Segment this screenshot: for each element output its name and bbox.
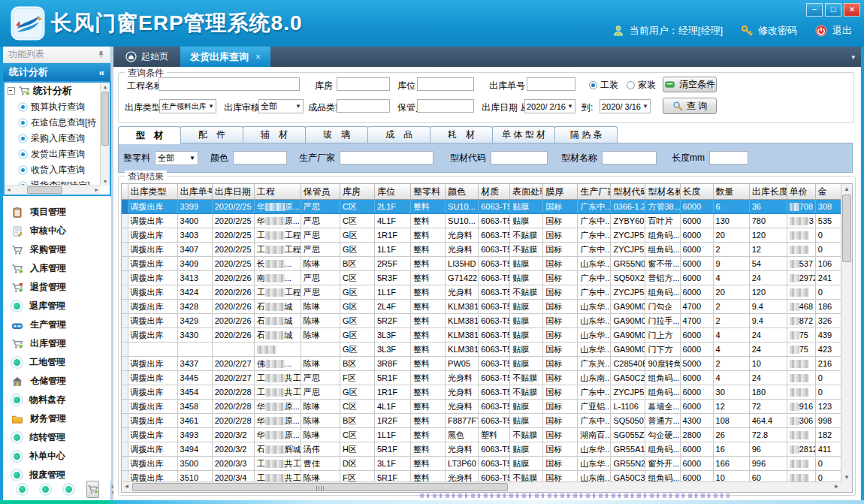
sidebar-item[interactable]: 项目管理 bbox=[3, 203, 111, 222]
column-header[interactable]: 型材名称 bbox=[645, 184, 680, 200]
scroll-right-icon[interactable]: ► bbox=[92, 186, 101, 194]
table-row[interactable]: 调拨出库35102020/3/4工共工程陈琳F区5R1F整料光身料6063-T5… bbox=[122, 471, 841, 483]
material-tab[interactable]: 单 体 型 材 bbox=[492, 126, 555, 143]
product-type-input[interactable] bbox=[337, 99, 390, 113]
maximize-button[interactable]: □ bbox=[825, 3, 841, 17]
sidebar-item[interactable]: 仓储管理 bbox=[3, 372, 111, 391]
table-row[interactable]: 调拨出库34092020/2/25长...陈琳B区2R5F整料LI35HD606… bbox=[122, 257, 841, 271]
table-row[interactable]: 调拨出库34242020/2/26工工程严思G区1L1F整料光身料6063-T5… bbox=[122, 285, 841, 300]
out-type-select[interactable]: 生产领料出库▼ bbox=[159, 99, 216, 113]
tab-home[interactable]: 起始页 bbox=[113, 47, 180, 67]
keeper-input[interactable] bbox=[417, 99, 474, 113]
stats-group-header[interactable]: 统计分析 « bbox=[3, 63, 110, 81]
tree-item[interactable]: 收货入库查询 bbox=[20, 162, 110, 178]
column-header[interactable]: 出库单号 bbox=[177, 184, 212, 200]
column-header[interactable]: 颜色 bbox=[446, 184, 479, 200]
scroll-down-icon[interactable]: ▼ bbox=[101, 177, 110, 186]
material-tab[interactable]: 玻 璃 bbox=[305, 126, 368, 143]
factory-input[interactable] bbox=[340, 151, 434, 164]
table-row[interactable]: 调拨出库34292020/2/26石城陈琳G区5R2F整料KLM38176063… bbox=[122, 314, 841, 328]
table-row[interactable]: 调拨出库34132020/2/26南...严思C区5R3F整料G71422606… bbox=[122, 271, 841, 285]
close-tab-icon[interactable]: × bbox=[255, 52, 261, 62]
column-header[interactable]: 工程 bbox=[254, 184, 301, 200]
table-row[interactable]: 调拨出库34032020/2/25工工程严思G区1R1F整料光身料6063-T5… bbox=[122, 228, 841, 243]
scrollbar-thumb[interactable] bbox=[132, 483, 508, 491]
column-header[interactable]: 型材代码 bbox=[611, 184, 645, 200]
table-row[interactable]: 调拨出库34002020/2/25华原...严思C区4L1F整料SU10...6… bbox=[122, 214, 841, 228]
scroll-right-icon[interactable]: ► bbox=[832, 482, 841, 490]
table-horizontal-scrollbar[interactable]: ◄ ► bbox=[122, 481, 841, 492]
tree-item[interactable]: 预算执行查询 bbox=[20, 99, 110, 115]
radio-workwear[interactable]: 工装 bbox=[589, 79, 618, 92]
pin-icon[interactable] bbox=[97, 50, 105, 59]
search-button[interactable]: 查 询 bbox=[663, 98, 717, 114]
order-no-input[interactable] bbox=[527, 77, 575, 91]
date-from-select[interactable]: 2020/ 2/16▼ bbox=[524, 99, 575, 113]
scroll-left-icon[interactable]: ◄ bbox=[5, 186, 13, 194]
table-row[interactable]: 调拨出库35002020/3/3工共工程曹佳D区3L1F整料LT3P606063… bbox=[122, 457, 841, 471]
column-header[interactable]: 库位 bbox=[374, 184, 410, 200]
scroll-down-icon[interactable]: ▼ bbox=[841, 472, 852, 482]
scroll-up-icon[interactable]: ▲ bbox=[101, 83, 110, 91]
material-tab[interactable]: 配 件 bbox=[180, 126, 243, 143]
material-tab[interactable]: 辅 材 bbox=[243, 126, 306, 143]
sidebar-item[interactable]: 采购管理 bbox=[3, 240, 111, 259]
sidebar-item[interactable]: 物料盘存 bbox=[3, 391, 111, 409]
location-input[interactable] bbox=[417, 77, 474, 91]
collapsed-module-icon[interactable] bbox=[64, 484, 74, 494]
sidebar-item[interactable]: 退货管理 bbox=[3, 278, 111, 297]
column-header[interactable]: 长度 bbox=[680, 184, 713, 200]
length-input[interactable] bbox=[709, 151, 748, 164]
tree-item[interactable]: 在途信息查询[待 bbox=[20, 115, 110, 131]
column-header[interactable]: 库房 bbox=[340, 184, 374, 200]
material-tab[interactable]: 耗 材 bbox=[430, 126, 493, 143]
column-header[interactable]: 单价 bbox=[787, 184, 815, 200]
table-row[interactable]: 调拨出库34372020/2/27佛...陈琳B区3R8F整料PW056063-… bbox=[122, 357, 841, 371]
tree-root-node[interactable]: 统计分析 bbox=[5, 83, 110, 99]
tab-shipping-out-query[interactable]: 发货出库查询 × bbox=[180, 47, 270, 67]
table-row[interactable]: 调拨出库34582020/2/28华原...陈琳C区4L1F整料光身料6063-… bbox=[122, 400, 841, 414]
sidebar-item[interactable]: 出库管理 bbox=[3, 334, 111, 353]
minimize-button[interactable]: − bbox=[806, 3, 823, 17]
tree-item[interactable]: 采购入库查询 bbox=[20, 131, 110, 146]
profile-name-input[interactable] bbox=[602, 151, 657, 164]
table-row[interactable]: 调拨出库33992020/2/25华原...严思C区2L1F整料SU10...6… bbox=[122, 200, 841, 214]
tree-expander-icon[interactable] bbox=[8, 87, 15, 95]
column-header[interactable]: 金 bbox=[815, 184, 841, 200]
column-header[interactable]: 出库长度 bbox=[749, 184, 787, 200]
project-name-input[interactable] bbox=[159, 77, 300, 91]
material-tab[interactable]: 隔 热 条 bbox=[554, 126, 618, 143]
table-row[interactable]: 调拨出库34612020/2/28华原...陈琳B区1R2F整料F8877FT6… bbox=[122, 414, 841, 428]
sidebar-item[interactable]: 财务管理 bbox=[3, 409, 111, 428]
column-header[interactable]: 材质 bbox=[479, 184, 510, 200]
tree-item[interactable]: 发货出库查询 bbox=[20, 146, 110, 162]
clear-conditions-button[interactable]: 清空条件 bbox=[663, 77, 717, 92]
sidebar-item[interactable]: 审核中心 bbox=[3, 222, 111, 240]
tab-list-caret-icon[interactable]: ▾ bbox=[851, 53, 861, 61]
table-row[interactable]: 调拨出库34072020/2/25工工程严思G区1L1F整料光身料6063-T5… bbox=[122, 243, 841, 257]
whole-piece-select[interactable]: 全部▼ bbox=[155, 151, 198, 165]
tree-vertical-scrollbar[interactable]: ▲ ▼ bbox=[100, 83, 110, 186]
collapse-icon[interactable]: « bbox=[99, 67, 104, 78]
column-header[interactable]: 出库类型 bbox=[128, 184, 177, 200]
sidebar-item[interactable]: 工地管理 bbox=[3, 353, 111, 372]
table-row[interactable]: 调拨出库34452020/2/27工共工程严思F区5R1F整料光身料6063-T… bbox=[122, 371, 841, 385]
table-vertical-scrollbar[interactable]: ▲ ▼ bbox=[841, 184, 852, 482]
material-tab[interactable]: 成 品 bbox=[367, 126, 430, 143]
close-button[interactable]: × bbox=[844, 3, 860, 17]
profile-code-input[interactable] bbox=[491, 151, 548, 164]
column-header[interactable]: 数量 bbox=[713, 184, 749, 200]
audit-select[interactable]: 全部▼ bbox=[258, 99, 304, 113]
column-header[interactable]: 保管员 bbox=[301, 184, 340, 200]
cart-module-button[interactable] bbox=[86, 481, 99, 498]
color-input[interactable] bbox=[233, 151, 287, 164]
column-header[interactable]: 膜厚 bbox=[543, 184, 578, 200]
radio-homewear[interactable]: 家装 bbox=[627, 79, 656, 92]
table-row[interactable]: 调拨出库34302020/2/26石城陈琳G区3L3F整料KLM38176063… bbox=[122, 328, 841, 343]
collapsed-module-icon[interactable] bbox=[17, 484, 27, 494]
sidebar-item[interactable]: 入库管理 bbox=[3, 259, 111, 278]
table-row[interactable]: 调拨出库34282020/2/26石城陈琳G区2L4F整料KLM38176063… bbox=[122, 300, 841, 314]
scroll-left-icon[interactable]: ◄ bbox=[122, 482, 131, 490]
column-header[interactable]: 出库日期 bbox=[212, 184, 254, 200]
tree-horizontal-scrollbar[interactable]: ◄ ► bbox=[5, 185, 101, 195]
